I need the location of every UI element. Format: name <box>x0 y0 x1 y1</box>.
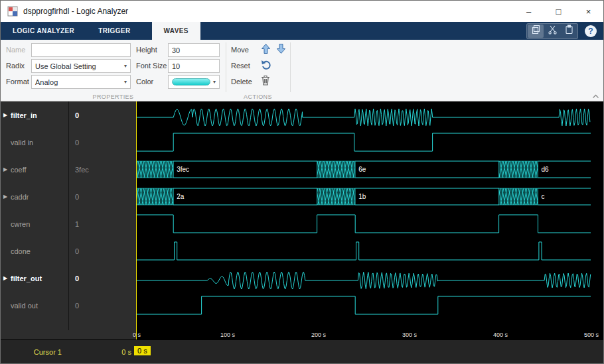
logic-analyzer-window: dspprogfirhdl - Logic Analyzer – □ × LOG… <box>0 0 604 364</box>
tab-logic-analyzer[interactable]: LOGIC ANALYZER <box>1 22 86 40</box>
time-tick-label: 200 s <box>311 332 326 338</box>
cursor-line[interactable] <box>136 101 137 339</box>
svg-text:6e: 6e <box>358 166 366 173</box>
svg-text:d6: d6 <box>542 166 550 173</box>
signal-name: valid out <box>11 302 38 310</box>
signal-name: cwren <box>11 220 30 228</box>
color-picker[interactable]: ▾ <box>168 75 220 89</box>
radix-value: Use Global Setting <box>35 62 96 70</box>
signal-value: 0 <box>69 101 136 129</box>
clipboard-icon-group <box>526 23 578 39</box>
tab-trigger[interactable]: TRIGGER <box>86 22 142 40</box>
signal-row-valid-in[interactable]: valid in <box>1 129 68 156</box>
actions-section-label: ACTIONS <box>226 93 290 100</box>
trash-icon <box>261 75 270 88</box>
maximize-button[interactable]: □ <box>544 1 573 22</box>
signal-name: valid in <box>11 139 33 147</box>
svg-text:2a: 2a <box>177 193 185 200</box>
color-label: Color <box>136 75 153 89</box>
font-size-label: Font Size <box>136 59 167 73</box>
time-tick-label: 100 s <box>220 332 235 338</box>
format-value: Analog <box>35 78 58 86</box>
copy-button[interactable] <box>528 25 544 38</box>
paste-icon <box>564 25 574 37</box>
expand-arrow-icon[interactable]: ▶ <box>3 194 11 200</box>
signal-row-coeff[interactable]: ▶coeff <box>1 156 68 183</box>
signal-value: 0 <box>69 237 136 265</box>
tabbar-right: ? <box>526 22 603 40</box>
window-title: dspprogfirhdl - Logic Analyzer <box>23 7 514 16</box>
close-button[interactable]: × <box>573 1 603 22</box>
chevron-down-icon: ▾ <box>124 79 127 85</box>
format-label: Format <box>6 75 29 89</box>
axis-left-mask <box>1 330 136 339</box>
expand-arrow-icon[interactable]: ▶ <box>3 166 11 172</box>
cursor-time-value: 0 s <box>94 348 131 356</box>
chevron-up-icon <box>592 90 599 101</box>
time-tick-label: 300 s <box>402 332 417 338</box>
cut-icon <box>548 25 558 37</box>
signal-value: 0 <box>69 183 136 210</box>
arrow-up-icon <box>261 43 271 57</box>
height-input[interactable] <box>168 43 220 57</box>
signal-row-filter_out[interactable]: ▶filter_out <box>1 265 68 292</box>
waves-ribbon: Name Radix Use Global Setting ▾ Format A… <box>1 40 603 101</box>
waveform-workspace: ▶filter_invalid in▶coeff▶caddrcwrencdone… <box>1 101 603 330</box>
collapse-ribbon-button[interactable] <box>591 92 600 99</box>
window-controls: – □ × <box>514 1 603 22</box>
move-up-button[interactable] <box>258 42 273 57</box>
properties-section-label: PROPERTIES <box>1 93 226 100</box>
reset-button[interactable] <box>258 58 273 73</box>
toolstrip-tabbar: LOGIC ANALYZER TRIGGER WAVES <box>1 22 603 40</box>
signal-value: 1 <box>69 210 136 237</box>
format-select[interactable]: Analog ▾ <box>31 75 131 89</box>
signal-name: cdone <box>11 247 31 255</box>
time-tick-label: 500 s <box>584 332 599 338</box>
cursor-label: Cursor 1 <box>1 348 62 356</box>
color-swatch <box>172 78 210 86</box>
svg-text:3fec: 3fec <box>177 166 189 173</box>
height-label: Height <box>136 43 157 57</box>
move-label: Move <box>231 43 249 57</box>
radix-label: Radix <box>6 59 25 73</box>
cursor-bar: Cursor 1 0 s 0 s <box>1 339 603 364</box>
signal-name: filter_out <box>11 274 42 282</box>
signal-row-caddr[interactable]: ▶caddr <box>1 183 68 210</box>
cut-button[interactable] <box>544 25 560 38</box>
time-tick-label: 400 s <box>493 332 508 338</box>
signal-name: coeff <box>11 166 27 174</box>
delete-button[interactable] <box>258 74 273 89</box>
cursor-flag[interactable]: 0 s <box>134 346 151 355</box>
font-size-input[interactable] <box>168 59 220 73</box>
signal-row-valid-out[interactable]: valid out <box>1 292 68 319</box>
radix-select[interactable]: Use Global Setting ▾ <box>31 59 131 73</box>
delete-label: Delete <box>231 75 252 89</box>
signal-name: filter_in <box>11 111 37 119</box>
name-input[interactable] <box>31 43 131 57</box>
move-down-button[interactable] <box>273 42 288 57</box>
svg-text:1b: 1b <box>358 193 366 200</box>
signal-value: 3fec <box>69 156 136 183</box>
expand-arrow-icon[interactable]: ▶ <box>3 112 11 118</box>
chevron-down-icon: ▾ <box>213 79 216 85</box>
signal-row-filter_in[interactable]: ▶filter_in <box>1 101 68 129</box>
signal-names-column: ▶filter_invalid in▶coeff▶caddrcwrencdone… <box>1 101 69 330</box>
name-label: Name <box>6 43 25 57</box>
paste-button[interactable] <box>561 25 577 38</box>
help-button[interactable]: ? <box>585 25 597 37</box>
waveform-region: ▶filter_invalid in▶coeff▶caddrcwrencdone… <box>1 101 603 364</box>
signal-row-cdone[interactable]: cdone <box>1 237 68 265</box>
signal-name: caddr <box>11 193 29 201</box>
expand-arrow-icon[interactable]: ▶ <box>3 275 11 281</box>
help-icon: ? <box>588 27 593 36</box>
wave-canvas: 3fec6ed62a1bc <box>136 101 604 330</box>
minimize-button[interactable]: – <box>514 1 544 22</box>
signal-value: 0 <box>69 292 136 319</box>
signal-values-column: 003fec01000 <box>69 101 136 330</box>
section-divider <box>290 42 291 92</box>
titlebar: dspprogfirhdl - Logic Analyzer – □ × <box>1 1 603 22</box>
tab-waves[interactable]: WAVES <box>152 22 200 40</box>
time-axis[interactable]: 0 s100 s200 s300 s400 s500 s <box>1 330 603 339</box>
signal-row-cwren[interactable]: cwren <box>1 210 68 237</box>
wave-plot-area[interactable]: 3fec6ed62a1bc <box>136 101 603 330</box>
